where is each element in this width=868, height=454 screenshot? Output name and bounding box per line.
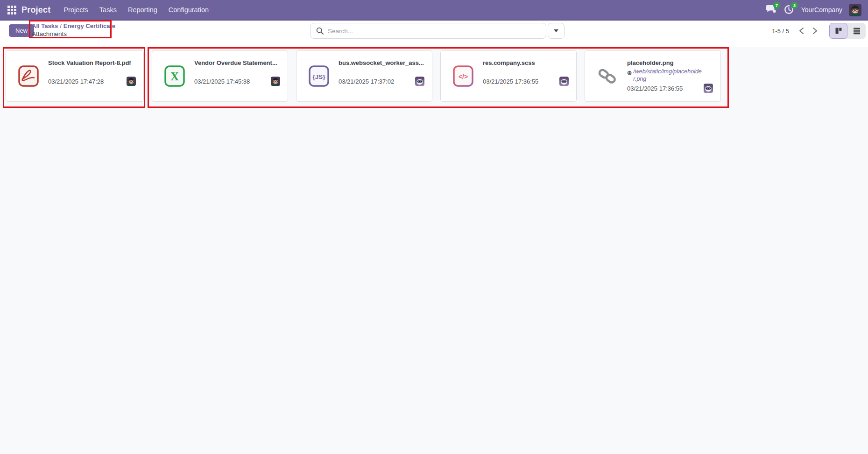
menu-reporting[interactable]: Reporting [123, 3, 162, 16]
menu-tasks[interactable]: Tasks [95, 3, 121, 16]
kanban-view-icon [835, 27, 842, 35]
breadcrumb: All Tasks/Energy Certificate Attachments [32, 22, 115, 38]
new-button[interactable]: New [9, 24, 34, 37]
list-view-icon [853, 27, 861, 35]
attachment-url-link[interactable]: /web/static/img/placeholder.png [633, 68, 703, 83]
chevron-right-icon [812, 27, 818, 35]
search-input[interactable] [328, 28, 540, 35]
attachments-kanban: Stock Valuation Report-8.pdf 03/21/2025 … [0, 47, 868, 454]
cards-row: Stock Valuation Report-8.pdf 03/21/2025 … [6, 50, 721, 102]
attachment-card-javascript[interactable]: {JS} bus.websocket_worker_ass... 03/21/2… [296, 50, 432, 102]
user-avatar[interactable] [849, 4, 861, 16]
pdf-file-icon [18, 65, 39, 87]
attachment-date: 03/21/2025 17:36:55 [483, 78, 538, 85]
pager-previous-button[interactable] [795, 23, 808, 38]
attachment-title: placeholder.png [627, 59, 713, 66]
view-switcher [829, 23, 866, 39]
list-view-button[interactable] [847, 23, 866, 39]
activities-badge: 3 [791, 2, 798, 9]
search-icon [316, 27, 324, 35]
owner-avatar-user [271, 77, 280, 86]
globe-icon [627, 70, 632, 76]
top-navbar: Project Projects Tasks Reporting Configu… [0, 0, 868, 21]
owner-avatar-bot [704, 84, 713, 93]
search-options-toggle[interactable] [548, 23, 565, 39]
breadcrumb-all-tasks[interactable]: All Tasks [32, 22, 58, 29]
topbar-right: 7 3 YourCompany [766, 4, 861, 16]
attachment-card-xlsx[interactable]: X Vendor Overdue Statement... 03/21/2025… [152, 50, 288, 102]
attachment-card-link[interactable]: placeholder.png /web/static/img/placehol… [585, 50, 721, 102]
attachment-title: Vendor Overdue Statement... [194, 59, 280, 66]
attachment-title: bus.websocket_worker_ass... [339, 59, 424, 66]
owner-avatar-bot [559, 77, 569, 86]
svg-text:{JS}: {JS} [312, 73, 325, 80]
company-switcher[interactable]: YourCompany [801, 6, 842, 14]
breadcrumb-separator: / [58, 22, 64, 29]
pager-value: 1-5 / 5 [772, 28, 789, 35]
svg-text:</>: </> [459, 73, 468, 80]
control-panel: New All Tasks/Energy Certificate Attachm… [0, 21, 868, 47]
chevron-left-icon [799, 27, 804, 35]
scss-file-icon: </> [452, 65, 474, 87]
breadcrumb-energy-certificate[interactable]: Energy Certificate [64, 22, 115, 29]
messages-icon[interactable]: 7 [766, 4, 777, 15]
svg-text:X: X [170, 70, 179, 83]
kanban-view-button[interactable] [829, 23, 847, 39]
attachment-title: Stock Valuation Report-8.pdf [48, 59, 136, 66]
search-bar [310, 23, 546, 39]
attachment-date: 03/21/2025 17:37:02 [339, 78, 394, 85]
js-file-icon: {JS} [308, 65, 330, 87]
xlsx-file-icon: X [164, 65, 185, 87]
activities-icon[interactable]: 3 [783, 4, 795, 15]
attachment-url-row: /web/static/img/placeholder.png [627, 68, 703, 83]
control-panel-right: 1-5 / 5 [772, 23, 866, 39]
menu-configuration[interactable]: Configuration [164, 3, 213, 16]
breadcrumb-active-attachments: Attachments [32, 30, 115, 38]
messages-badge: 7 [773, 2, 780, 9]
apps-grid-icon[interactable] [7, 5, 17, 15]
owner-avatar-user [127, 77, 136, 86]
pager-next-button[interactable] [808, 23, 822, 38]
odoo-project-attachments-page: Project Projects Tasks Reporting Configu… [0, 0, 868, 454]
owner-avatar-bot [415, 77, 424, 86]
top-menu: Projects Tasks Reporting Configuration [59, 3, 213, 16]
attachment-card-scss[interactable]: </> res.company.scss 03/21/2025 17:36:55 [440, 50, 577, 102]
attachment-card-pdf[interactable]: Stock Valuation Report-8.pdf 03/21/2025 … [6, 50, 144, 102]
attachment-date: 03/21/2025 17:45:38 [194, 78, 250, 85]
link-chain-icon [597, 66, 618, 86]
chevron-down-icon [554, 29, 558, 32]
attachment-date: 03/21/2025 17:47:28 [48, 78, 104, 85]
app-name[interactable]: Project [21, 5, 50, 15]
attachment-title: res.company.scss [483, 59, 569, 66]
attachment-date: 03/21/2025 17:36:55 [627, 85, 683, 92]
menu-projects[interactable]: Projects [59, 3, 92, 16]
